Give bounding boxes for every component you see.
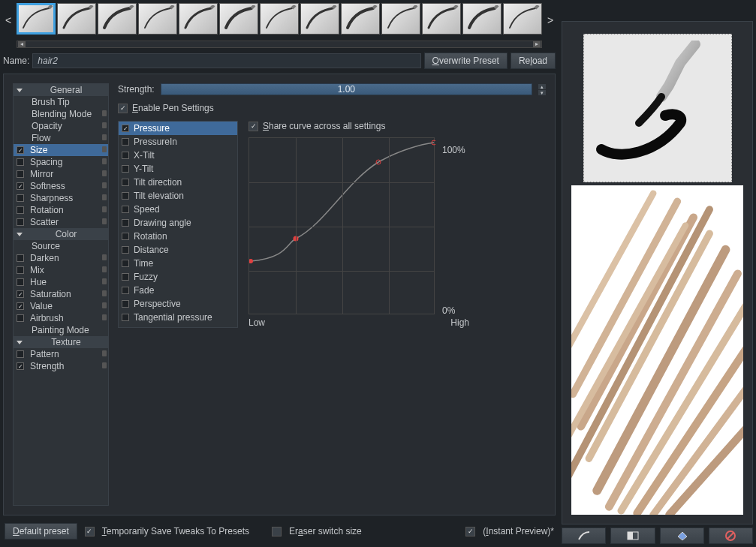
- brush-preset-thumb[interactable]: [17, 3, 56, 35]
- sensor-item[interactable]: Tangential pressure: [119, 311, 237, 324]
- scroll-right-icon[interactable]: ▸: [533, 41, 541, 47]
- preset-scrollbar[interactable]: ◂ ▸: [17, 41, 542, 48]
- tree-item[interactable]: Darken: [14, 252, 108, 264]
- sensor-item[interactable]: Speed: [119, 203, 237, 216]
- sensor-item[interactable]: X-Tilt: [119, 149, 237, 162]
- brush-preset-thumb[interactable]: [381, 3, 420, 35]
- tree-checkbox[interactable]: [17, 350, 24, 358]
- tree-checkbox[interactable]: [17, 194, 24, 202]
- share-curve-checkbox[interactable]: [248, 122, 258, 131]
- brush-preset-thumb[interactable]: [422, 3, 461, 35]
- tree-item[interactable]: Spacing: [14, 156, 108, 168]
- tree-item[interactable]: Strength: [14, 360, 108, 372]
- sensor-checkbox[interactable]: [122, 152, 129, 159]
- tree-item[interactable]: Scatter: [14, 216, 108, 228]
- tree-header[interactable]: General: [14, 84, 108, 96]
- gradient-mode-button[interactable]: [610, 527, 655, 544]
- preset-next-arrow[interactable]: >: [545, 14, 556, 26]
- tree-item[interactable]: Mirror: [14, 168, 108, 180]
- temp-save-checkbox[interactable]: [85, 527, 95, 536]
- sensor-item[interactable]: Fuzzy: [119, 270, 237, 284]
- sensor-checkbox[interactable]: [122, 233, 129, 240]
- tree-checkbox[interactable]: [17, 362, 24, 370]
- tree-item[interactable]: Rotation: [14, 204, 108, 216]
- brush-preset-thumb[interactable]: [341, 3, 380, 35]
- sensor-item[interactable]: PressureIn: [119, 135, 237, 149]
- strength-up-icon[interactable]: ▴: [538, 84, 546, 89]
- eraser-switch-checkbox[interactable]: [272, 527, 282, 536]
- tree-item[interactable]: Softness: [14, 180, 108, 192]
- preset-name-input[interactable]: hair2: [32, 53, 420, 68]
- preset-prev-arrow[interactable]: <: [3, 14, 14, 26]
- tree-item[interactable]: Saturation: [14, 288, 108, 300]
- brush-preset-thumb[interactable]: [503, 3, 542, 35]
- default-preset-button[interactable]: Default preset: [5, 523, 77, 539]
- tree-item[interactable]: Value: [14, 300, 108, 312]
- sensor-checkbox[interactable]: [122, 165, 129, 173]
- tree-item[interactable]: Source: [14, 240, 108, 252]
- sensor-checkbox[interactable]: [122, 192, 129, 200]
- tree-item[interactable]: Size: [14, 144, 108, 156]
- brush-preview-thumb[interactable]: [583, 34, 732, 182]
- overwrite-preset-button[interactable]: Overwrite Preset: [424, 53, 508, 69]
- tree-item[interactable]: Flow: [14, 132, 108, 144]
- tree-item[interactable]: Sharpness: [14, 192, 108, 204]
- sensor-checkbox[interactable]: [122, 300, 129, 308]
- sensor-item[interactable]: Drawing angle: [119, 216, 237, 230]
- brush-preset-thumb[interactable]: [260, 3, 299, 35]
- sensor-checkbox[interactable]: [122, 206, 129, 213]
- scroll-left-icon[interactable]: ◂: [18, 41, 26, 47]
- tree-item[interactable]: Pattern: [14, 348, 108, 360]
- sensor-item[interactable]: Distance: [119, 243, 237, 257]
- tree-checkbox[interactable]: [17, 302, 24, 310]
- sensor-item[interactable]: Tilt direction: [119, 176, 237, 189]
- sensor-checkbox[interactable]: [122, 287, 129, 294]
- sensor-checkbox[interactable]: [122, 273, 129, 281]
- brush-mode-button[interactable]: [562, 527, 606, 544]
- tree-checkbox[interactable]: [17, 290, 24, 298]
- tree-checkbox[interactable]: [17, 170, 24, 178]
- sensor-item[interactable]: Time: [119, 257, 237, 270]
- curve-editor[interactable]: [248, 137, 435, 314]
- sensor-item[interactable]: Pressure: [119, 122, 237, 135]
- tree-checkbox[interactable]: [17, 218, 24, 226]
- sensor-checkbox[interactable]: [122, 219, 129, 227]
- tree-item[interactable]: Mix: [14, 264, 108, 276]
- sensor-checkbox[interactable]: [122, 260, 129, 267]
- sensor-item[interactable]: Rotation: [119, 230, 237, 243]
- brush-preview-scratchpad[interactable]: [571, 185, 743, 515]
- tree-checkbox[interactable]: [17, 146, 24, 154]
- fill-mode-button[interactable]: [660, 527, 704, 544]
- tree-checkbox[interactable]: [17, 158, 24, 166]
- tree-checkbox[interactable]: [17, 254, 24, 262]
- strength-slider[interactable]: 1.00: [161, 83, 532, 95]
- tree-checkbox[interactable]: [17, 266, 24, 274]
- sensor-checkbox[interactable]: [122, 179, 129, 186]
- tree-item[interactable]: Brush Tip: [14, 96, 108, 108]
- sensor-checkbox[interactable]: [122, 138, 129, 146]
- tree-checkbox[interactable]: [17, 182, 24, 190]
- tree-checkbox[interactable]: [17, 206, 24, 214]
- brush-preset-thumb[interactable]: [462, 3, 501, 35]
- sensor-checkbox[interactable]: [122, 246, 129, 254]
- brush-preset-thumb[interactable]: [57, 3, 96, 35]
- reload-button[interactable]: Reload: [511, 53, 556, 69]
- tree-item[interactable]: Opacity: [14, 120, 108, 132]
- sensor-item[interactable]: Fade: [119, 284, 237, 297]
- enable-pen-checkbox[interactable]: [118, 104, 128, 113]
- sensor-item[interactable]: Perspective: [119, 297, 237, 311]
- sensor-item[interactable]: Tilt elevation: [119, 189, 237, 203]
- tree-checkbox[interactable]: [17, 278, 24, 286]
- tree-item[interactable]: Airbrush: [14, 312, 108, 324]
- tree-header[interactable]: Color: [14, 228, 108, 240]
- sensor-item[interactable]: Y-Tilt: [119, 162, 237, 176]
- brush-preset-thumb[interactable]: [300, 3, 339, 35]
- tree-item[interactable]: Painting Mode: [14, 324, 108, 336]
- brush-preset-thumb[interactable]: [98, 3, 137, 35]
- tree-item[interactable]: Hue: [14, 276, 108, 288]
- strength-down-icon[interactable]: ▾: [538, 90, 546, 95]
- brush-preset-thumb[interactable]: [219, 3, 258, 35]
- sensor-checkbox[interactable]: [122, 125, 129, 132]
- tree-checkbox[interactable]: [17, 314, 24, 322]
- instant-preview-checkbox[interactable]: [465, 527, 475, 536]
